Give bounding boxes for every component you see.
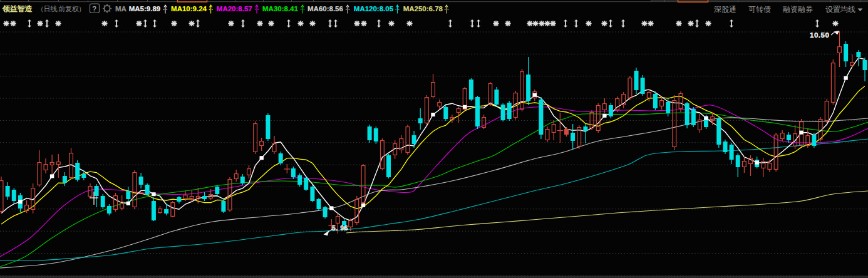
- svg-text:MA5:9.89: MA5:9.89: [129, 5, 161, 13]
- svg-text:（日线,前复权）: （日线,前复权）: [37, 5, 85, 13]
- svg-text:5. 96: 5. 96: [332, 224, 348, 232]
- svg-text:深股通: 深股通: [714, 5, 736, 14]
- svg-text:领益智造: 领益智造: [2, 4, 33, 13]
- svg-text:MA: MA: [115, 5, 127, 13]
- svg-text:10.50: 10.50: [810, 31, 829, 39]
- svg-text:MA20:8.57: MA20:8.57: [217, 5, 252, 13]
- svg-text:融资融券: 融资融券: [783, 5, 813, 14]
- svg-text:?: ?: [93, 5, 96, 13]
- svg-text:可转债: 可转债: [748, 5, 771, 14]
- svg-text:MA30:8.41: MA30:8.41: [262, 5, 298, 13]
- svg-text:MA250:6.78: MA250:6.78: [403, 5, 443, 13]
- svg-text:MA60:8.56: MA60:8.56: [307, 5, 343, 13]
- svg-text:MA120:8.05: MA120:8.05: [354, 5, 394, 13]
- svg-text:MA10:9.24: MA10:9.24: [171, 5, 207, 13]
- svg-text:设置均线: 设置均线: [825, 5, 855, 14]
